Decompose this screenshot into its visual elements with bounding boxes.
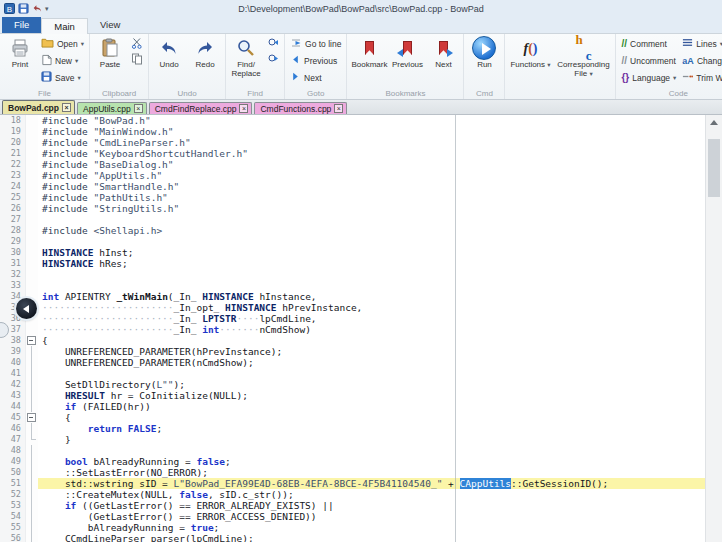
file-tab-cmdfindreplace[interactable]: CmdFindReplace.cpp × — [149, 102, 253, 114]
code-text[interactable]: if ((GetLastError() == ERROR_ALREADY_EXI… — [38, 500, 705, 511]
code-text[interactable]: ·······················_In_opt_ HINSTANC… — [38, 302, 705, 313]
line-number[interactable]: 21 — [0, 148, 26, 159]
line-number[interactable]: 22 — [0, 159, 26, 170]
open-button[interactable]: Open ▾ — [38, 35, 87, 52]
code-text[interactable]: #include "CmdLineParser.h" — [38, 137, 705, 148]
code-text[interactable]: HRESULT hr = CoInitialize(NULL); — [38, 390, 705, 401]
code-text[interactable]: bAlreadyRunning = true; — [38, 522, 705, 533]
code-text[interactable]: #include "StringUtils.h" — [38, 203, 705, 214]
save-icon[interactable] — [17, 3, 29, 15]
line-number[interactable]: 44 — [0, 401, 26, 412]
tab-close-icon[interactable]: × — [62, 103, 71, 112]
line-number[interactable]: 53 — [0, 500, 26, 511]
uncomment-button[interactable]: // Uncomment — [618, 52, 679, 69]
code-text[interactable] — [38, 236, 705, 247]
file-tab-cmdfunctions[interactable]: CmdFunctions.cpp × — [254, 102, 347, 114]
code-text[interactable]: (GetLastError() == ERROR_ACCESS_DENIED)) — [38, 511, 705, 522]
code-text[interactable] — [38, 214, 705, 225]
redo-button[interactable]: Redo — [187, 35, 223, 88]
line-number[interactable]: 33 — [0, 280, 26, 291]
line-number[interactable]: 51 — [0, 478, 26, 489]
ribbon-file-button[interactable]: File — [2, 17, 41, 33]
code-text[interactable]: HINSTANCE hInst; — [38, 247, 705, 258]
line-number[interactable]: 29 — [0, 236, 26, 247]
language-button[interactable]: {} Language ▾ — [618, 69, 679, 86]
line-number[interactable]: 49 — [0, 456, 26, 467]
code-text[interactable]: ::CreateMutex(NULL, false, sID.c_str()); — [38, 489, 705, 500]
goto-previous-button[interactable]: Previous — [287, 52, 344, 69]
code-text[interactable]: bool bAlreadyRunning = false; — [38, 456, 705, 467]
code-text[interactable]: return FALSE; — [38, 423, 705, 434]
line-number[interactable]: 56 — [0, 533, 26, 542]
code-text[interactable]: #include "MainWindow.h" — [38, 126, 705, 137]
line-number[interactable]: 41 — [0, 368, 26, 379]
comment-button[interactable]: // Comment — [618, 35, 679, 52]
line-number[interactable]: 48 — [0, 445, 26, 456]
functions-button[interactable]: f() Functions ▾ — [507, 35, 553, 88]
goto-next-button[interactable]: Next — [287, 69, 344, 86]
code-text[interactable] — [38, 280, 705, 291]
lines-button[interactable]: Lines ▾ — [679, 35, 722, 52]
back-button[interactable] — [16, 298, 37, 319]
code-text[interactable]: if (FAILED(hr)) — [38, 401, 705, 412]
line-number[interactable]: 50 — [0, 467, 26, 478]
line-number[interactable]: 42 — [0, 379, 26, 390]
bookmark-previous-button[interactable]: Previous — [389, 35, 425, 88]
line-number[interactable]: 31 — [0, 258, 26, 269]
code-text[interactable] — [38, 445, 705, 456]
selected-text[interactable]: CAppUtils — [460, 478, 511, 489]
file-tab-apputils[interactable]: AppUtils.cpp × — [77, 102, 147, 114]
code-text[interactable]: SetDllDirectory(L""); — [38, 379, 705, 390]
print-button[interactable]: Print — [2, 35, 38, 88]
code-text[interactable]: { — [38, 412, 705, 423]
line-number[interactable]: 20 — [0, 137, 26, 148]
bookmark-button[interactable]: Bookmark — [349, 35, 389, 88]
code-text[interactable]: #include "BowPad.h" — [38, 115, 705, 126]
code-text[interactable]: } — [38, 434, 705, 445]
line-number[interactable]: 32 — [0, 269, 26, 280]
scroll-up-button[interactable] — [706, 115, 722, 130]
run-button[interactable]: Run — [466, 35, 502, 88]
code-text[interactable]: { — [38, 335, 705, 346]
fold-marker[interactable] — [26, 335, 38, 346]
code-text[interactable] — [38, 269, 705, 280]
change-case-button[interactable]: aA Change C — [679, 52, 722, 69]
code-text[interactable]: #include "BaseDialog.h" — [38, 159, 705, 170]
qat-dropdown-icon[interactable]: ▾ — [45, 5, 49, 13]
undo-button[interactable]: Undo — [151, 35, 187, 88]
line-number[interactable]: 23 — [0, 170, 26, 181]
code-text[interactable]: #include "KeyboardShortcutHandler.h" — [38, 148, 705, 159]
vertical-scrollbar[interactable] — [705, 115, 722, 542]
line-number[interactable]: 27 — [0, 214, 26, 225]
line-number[interactable]: 30 — [0, 247, 26, 258]
new-button[interactable]: New ▾ — [38, 52, 87, 69]
line-number[interactable]: 55 — [0, 522, 26, 533]
code-text[interactable]: CCmdLineParser parser(lpCmdLine); — [38, 533, 705, 542]
line-number[interactable]: 45 — [0, 412, 26, 423]
line-number[interactable]: 40 — [0, 357, 26, 368]
undo-icon[interactable] — [31, 3, 43, 15]
code-text[interactable]: HINSTANCE hRes; — [38, 258, 705, 269]
line-number[interactable]: 25 — [0, 192, 26, 203]
find-replace-button[interactable]: Find/ Replace — [228, 35, 264, 88]
line-number[interactable]: 26 — [0, 203, 26, 214]
line-number[interactable]: 39 — [0, 346, 26, 357]
line-number[interactable]: 19 — [0, 126, 26, 137]
tab-close-icon[interactable]: × — [134, 104, 143, 113]
trim-whitespace-button[interactable]: Trim Whit — [679, 69, 722, 86]
ribbon-tab-main[interactable]: Main — [41, 18, 88, 34]
corresponding-file-button[interactable]: hc Corresponding File ▾ — [553, 35, 613, 88]
code-text[interactable]: #include "AppUtils.h" — [38, 170, 705, 181]
tab-close-icon[interactable]: × — [334, 104, 343, 113]
code-text[interactable]: ::SetLastError(NO_ERROR); — [38, 467, 705, 478]
line-number[interactable]: 18 — [0, 115, 26, 126]
code-text[interactable]: UNREFERENCED_PARAMETER(nCmdShow); — [38, 357, 705, 368]
line-number[interactable]: 54 — [0, 511, 26, 522]
code-text[interactable]: UNREFERENCED_PARAMETER(hPrevInstance); — [38, 346, 705, 357]
paste-button[interactable]: Paste — [92, 35, 128, 88]
bookmark-next-button[interactable]: Next — [425, 35, 461, 88]
line-number[interactable]: 46 — [0, 423, 26, 434]
code-text[interactable] — [38, 368, 705, 379]
tab-close-icon[interactable]: × — [239, 104, 248, 113]
bowpad-app-icon[interactable]: B — [3, 3, 15, 15]
